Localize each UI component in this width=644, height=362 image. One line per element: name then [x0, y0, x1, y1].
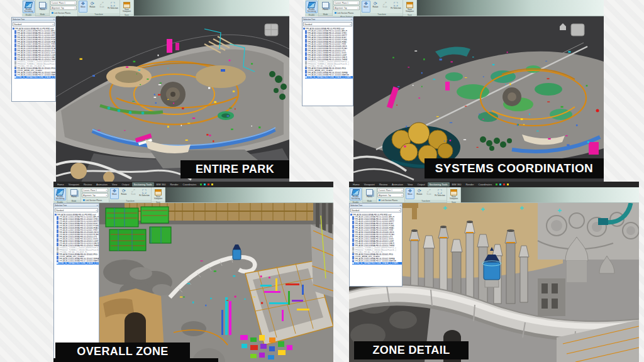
current-plane-value: Current: Plane 1 — [379, 189, 392, 192]
save-viewpoint-button[interactable]: Save Viewpoint — [121, 1, 133, 13]
model-file-icon — [305, 70, 307, 72]
ribbon-tab-view[interactable]: View — [110, 182, 119, 187]
ribbon-tab-coordinates[interactable]: Coordinates — [181, 182, 199, 187]
current-plane-dropdown[interactable]: Current: Plane 1 ▾ — [333, 1, 360, 5]
planes-mode-button[interactable]: Planes — [364, 188, 375, 199]
viewport-overall-zone[interactable] — [99, 203, 333, 362]
model-file-icon — [352, 251, 354, 253]
model-file-icon — [57, 258, 58, 260]
alignment-dropdown[interactable]: Alignment: Top ▾ — [50, 6, 77, 10]
ribbon-tab-review[interactable]: Review — [82, 182, 94, 187]
move-button[interactable]: ✥ Move — [110, 188, 119, 199]
move-button[interactable]: ✥ Move — [79, 1, 87, 13]
fit-selection-button[interactable]: ⛶ Fit Selection — [390, 1, 402, 13]
chevron-down-icon: ▾ — [350, 23, 351, 26]
ribbon-tab-review[interactable]: Review — [377, 182, 389, 187]
rotate-button[interactable]: ⟳ Rotate — [371, 1, 380, 13]
ribbon-tab-coordinates[interactable]: Coordinates — [477, 182, 494, 187]
save-viewpoint-button[interactable]: Save Viewpoint — [404, 1, 416, 13]
rotate-button[interactable]: ⟳ Rotate — [415, 188, 424, 199]
tree-item-label: STRK_SL_INFRASTRUCTURE_STAGE_1_COMPL — [308, 76, 352, 79]
scale-button[interactable]: ⤢ Scale — [425, 188, 433, 199]
scale-button[interactable]: ⤢ Scale — [129, 188, 138, 199]
enable-sectioning-button[interactable]: Enable Sectioning — [23, 1, 35, 13]
taskbar-strip — [53, 358, 218, 362]
rotate-button[interactable]: ⟳ Rotate — [88, 1, 97, 13]
enable-sectioning-button[interactable]: Enable Sectioning — [350, 188, 362, 200]
current-plane-dropdown[interactable]: Current: Plane 1 ▾ — [50, 1, 77, 5]
ribbon-tab-output[interactable]: Output — [415, 182, 426, 187]
rotate-button[interactable]: ⟳ Rotate — [119, 188, 128, 199]
ribbon-group-transform: ✥ Move ⟳ Rotate ⤢ Scale ⛶ Fit Selection … — [109, 187, 152, 202]
ribbon-tab-home[interactable]: Home — [351, 182, 362, 187]
ribbon-tab-home[interactable]: Home — [55, 182, 66, 187]
planes-icon — [366, 189, 373, 195]
fit-selection-button[interactable]: ⛶ Fit Selection — [138, 188, 150, 199]
chevron-down-icon: ▾ — [399, 209, 400, 212]
link-section-planes-toggle[interactable]: Link Section Planes — [377, 198, 404, 202]
tree-mode-dropdown[interactable]: Standard ▾ — [350, 208, 401, 212]
enable-sectioning-button[interactable]: Enable Sectioning — [54, 188, 66, 200]
close-icon[interactable]: ✕ — [399, 204, 401, 207]
move-button[interactable]: ✥ Move — [406, 188, 414, 199]
ribbon-tab-viewpoint[interactable]: Viewpoint — [362, 182, 377, 187]
tree-item[interactable]: STRK_SL_INFRASTRUCTURE_STAGE_1_COMPL — [352, 262, 402, 265]
model-file-icon — [57, 253, 58, 255]
ribbon-tab-view[interactable]: View — [406, 182, 415, 187]
group-label-mode: Mode — [67, 200, 80, 202]
close-icon[interactable]: ✕ — [53, 18, 55, 21]
save-viewpoint-button[interactable]: Save Viewpoint — [152, 188, 164, 200]
ribbon-tab-output[interactable]: Output — [119, 182, 131, 187]
viewcube[interactable] — [571, 24, 584, 36]
tree-item[interactable]: STRK_SL_INFRASTRUCTURE_STAGE_1_COMPL — [57, 262, 99, 265]
viewport-entire-park[interactable] — [56, 16, 289, 182]
ribbon-tab-bim-360[interactable]: BIM 360 — [450, 182, 464, 187]
ribbon-tab-sectioning-tools[interactable]: Sectioning Tools — [132, 182, 154, 187]
current-plane-dropdown[interactable]: Current: Plane 1 ▾ — [377, 188, 404, 192]
link-section-planes-toggle[interactable]: Link Section Planes — [82, 198, 108, 202]
tree-mode-dropdown[interactable]: Standard ▾ — [55, 208, 98, 212]
fit-selection-button[interactable]: ⛶ Fit Selection — [107, 1, 119, 13]
planes-mode-button[interactable]: Planes — [36, 1, 48, 13]
tree-mode-dropdown[interactable]: Standard ▾ — [13, 22, 55, 26]
model-file-icon — [14, 72, 16, 74]
link-section-planes-toggle[interactable]: Link Section Planes — [50, 11, 77, 15]
tree-mode-dropdown[interactable]: Standard ▾ — [303, 22, 352, 26]
tree-item[interactable]: STRK_SL_INFRASTRUCTURE_STAGE_1_COMPL — [305, 76, 353, 79]
alignment-value: Alignment: Top — [379, 194, 391, 197]
save-viewpoint-icon — [450, 189, 457, 195]
planes-icon — [70, 189, 77, 195]
save-viewpoint-button[interactable]: Save Viewpoint — [448, 188, 460, 200]
planes-mode-button[interactable]: Planes — [68, 188, 80, 199]
tree-item[interactable]: STRK_SL_INFRASTRUCTURE_STAGE_1_COMPL — [14, 76, 55, 79]
model-file-icon — [14, 45, 16, 47]
close-icon[interactable]: ✕ — [96, 204, 98, 207]
viewcube[interactable] — [265, 24, 278, 36]
tab-indicator-icon — [496, 184, 497, 185]
enable-sectioning-button[interactable]: Enable Sectioning — [306, 1, 318, 13]
scale-button[interactable]: ⤢ Scale — [97, 1, 106, 13]
move-button[interactable]: ✥ Move — [362, 1, 370, 13]
current-plane-dropdown[interactable]: Current: Plane 1 ▾ — [82, 188, 108, 192]
planes-icon — [39, 2, 46, 8]
alignment-dropdown[interactable]: Alignment: Top ▾ — [377, 193, 404, 197]
model-file-icon — [14, 36, 16, 38]
ribbon-tab-bim-360[interactable]: BIM 360 — [155, 182, 168, 187]
model-file-icon — [305, 63, 307, 65]
planes-mode-button[interactable]: Planes — [319, 1, 331, 13]
scale-button[interactable]: ⤢ Scale — [380, 1, 389, 13]
viewport-systems-coordination[interactable] — [353, 16, 604, 182]
ribbon-tab-animation[interactable]: Animation — [390, 182, 405, 187]
ribbon-tab-viewpoint[interactable]: Viewpoint — [67, 182, 81, 187]
close-icon[interactable]: ✕ — [350, 18, 352, 21]
alignment-dropdown[interactable]: Alignment: Top ▾ — [82, 193, 108, 197]
model-file-icon — [57, 236, 58, 238]
ribbon-tab-sectioning-tools[interactable]: Sectioning Tools — [428, 182, 450, 187]
group-label-mode: Mode — [36, 13, 49, 16]
alignment-dropdown[interactable]: Alignment: Top ▾ — [333, 6, 360, 10]
ribbon-tab-render[interactable]: Render — [168, 182, 180, 187]
fit-selection-button[interactable]: ⛶ Fit Selection — [434, 188, 446, 199]
ribbon-tab-render[interactable]: Render — [464, 182, 475, 187]
link-section-planes-toggle[interactable]: Link Section Planes — [333, 11, 360, 15]
ribbon-tab-animation[interactable]: Animation — [94, 182, 109, 187]
